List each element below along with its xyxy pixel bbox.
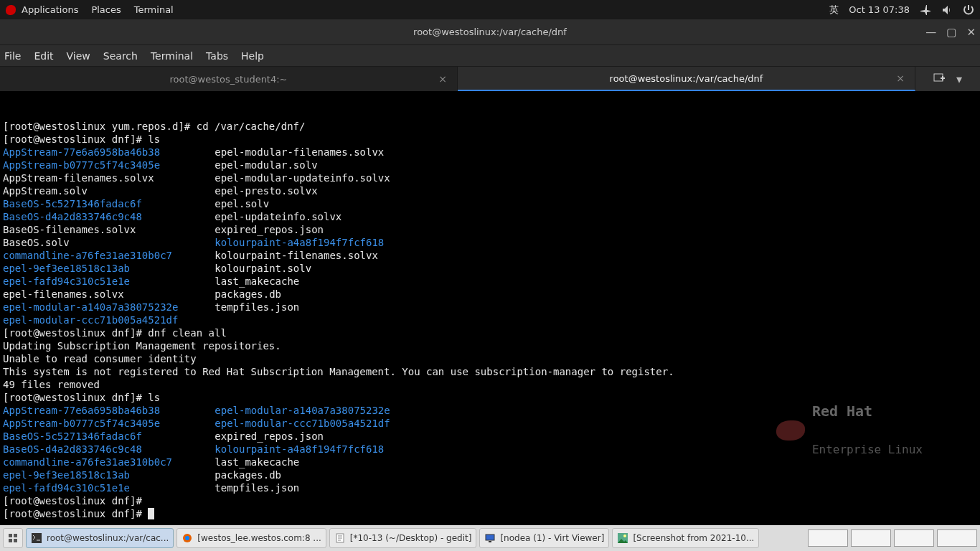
redhat-logo-icon	[6, 5, 16, 15]
terminal-prompt: [root@westoslinux dnf]#	[3, 507, 977, 520]
workspace-switcher-button[interactable]	[3, 528, 23, 548]
ls-col-a: BaseOS.solv	[3, 236, 197, 249]
volume-icon[interactable]	[941, 4, 953, 16]
terminal-line: [root@westoslinux dnf]# ls	[3, 391, 977, 404]
ls-col-a: epel-modular-a140a7a38075232e	[3, 301, 197, 314]
ls-col-a: commandline-a76fe31ae310b0c7	[3, 456, 197, 468]
ls-row: epel-9ef3ee18518c13ab packages.db	[3, 468, 977, 481]
ls-col-a: BaseOS-5c5271346fadac6f	[3, 430, 197, 443]
taskbar-item-imageviewer[interactable]: [Screenshot from 2021-10...	[612, 528, 759, 548]
window-title: root@westoslinux:/var/cache/dnf	[413, 27, 567, 37]
new-tab-button[interactable]	[933, 72, 945, 86]
svg-point-9	[185, 536, 189, 540]
ls-col-a: BaseOS-filenames.solvx	[3, 223, 197, 236]
ls-col-b: last_makecache	[215, 456, 299, 468]
ls-col-a: epel-fafd94c310c51e1e	[3, 481, 197, 494]
ls-col-a: AppStream.solv	[3, 184, 197, 197]
ls-row: BaseOS-d4a2d833746c9c48 kolourpaint-a4a8…	[3, 443, 977, 456]
ls-col-b: epel-updateinfo.solvx	[215, 210, 341, 223]
ls-row: AppStream-b0777c5f74c3405e epel-modular.…	[3, 159, 977, 171]
image-icon	[617, 532, 628, 544]
ls-col-a: AppStream-77e6a6958ba46b38	[3, 146, 197, 159]
svg-rect-12	[489, 541, 491, 542]
terminal-icon	[31, 532, 42, 544]
tray-slot-1[interactable]	[851, 529, 891, 547]
airplane-icon[interactable]	[920, 4, 931, 16]
menu-applications[interactable]: Applications	[22, 4, 78, 15]
menubar-terminal[interactable]: Terminal	[151, 50, 193, 62]
ls-col-a: AppStream-filenames.solvx	[3, 171, 197, 184]
menubar-help[interactable]: Help	[241, 50, 264, 62]
maximize-button[interactable]: ▢	[946, 26, 956, 39]
taskbar: root@westoslinux:/var/cac... [westos_lee…	[0, 525, 980, 551]
menubar-file[interactable]: File	[4, 50, 21, 62]
svg-rect-6	[14, 539, 17, 542]
terminal-output[interactable]: [root@westoslinux yum.repos.d]# cd /var/…	[0, 91, 980, 525]
menubar-search[interactable]: Search	[103, 50, 138, 62]
tab-1-close-icon[interactable]: ×	[896, 72, 905, 84]
taskbar-item-terminal[interactable]: root@westoslinux:/var/cac...	[26, 528, 174, 548]
ls-row: commandline-a76fe31ae310b0c7 kolourpaint…	[3, 249, 977, 262]
ls-col-a: BaseOS-5c5271346fadac6f	[3, 197, 197, 210]
svg-rect-2	[942, 76, 943, 80]
close-button[interactable]: ✕	[966, 26, 976, 39]
ls-row: BaseOS.solv kolourpaint-a4a8f194f7fcf618	[3, 236, 977, 249]
taskbar-item-imageviewer-label: [Screenshot from 2021-10...	[633, 533, 754, 543]
svg-rect-5	[9, 539, 12, 542]
ls-col-b: kolourpaint-a4a8f194f7fcf618	[215, 236, 384, 249]
ls-row: BaseOS-5c5271346fadac6f expired_repos.js…	[3, 430, 977, 443]
svg-rect-11	[486, 534, 494, 540]
menubar-view[interactable]: View	[67, 50, 90, 62]
ls-col-a: BaseOS-d4a2d833746c9c48	[3, 443, 197, 456]
svg-rect-3	[9, 534, 12, 537]
terminal-window: root@westoslinux:/var/cache/dnf — ▢ ✕ Fi…	[0, 19, 980, 525]
tab-1-label: root@westoslinux:/var/cache/dnf	[610, 73, 763, 84]
tab-menu-button[interactable]: ▾	[956, 72, 962, 86]
ls-col-b: epel.solv	[215, 197, 269, 210]
terminal-menubar: File Edit View Search Terminal Tabs Help	[0, 45, 980, 67]
tab-0[interactable]: root@westos_student4:~ ×	[0, 67, 458, 91]
gnome-topbar: Applications Places Terminal 英 Oct 13 07…	[0, 0, 980, 19]
terminal-line: [root@westoslinux dnf]#	[3, 494, 977, 507]
ls-col-b: tempfiles.json	[215, 301, 299, 314]
ls-col-b: packages.db	[215, 288, 281, 301]
ls-row: BaseOS-5c5271346fadac6f epel.solv	[3, 197, 977, 210]
ls-row: AppStream.solv epel-presto.solvx	[3, 184, 977, 197]
window-titlebar[interactable]: root@westoslinux:/var/cache/dnf — ▢ ✕	[0, 19, 980, 45]
ls-row: AppStream-b0777c5f74c3405e epel-modular-…	[3, 417, 977, 430]
taskbar-item-virtviewer[interactable]: [nodea (1) - Virt Viewer]	[479, 528, 609, 548]
menu-places[interactable]: Places	[91, 4, 121, 15]
terminal-line: Updating Subscription Management reposit…	[3, 339, 977, 352]
ls-col-a: epel-filenames.solvx	[3, 288, 197, 301]
ls-col-a: epel-modular-ccc71b005a4521df	[3, 314, 197, 326]
ls-row: epel-modular-ccc71b005a4521df	[3, 314, 977, 326]
terminal-line: 49 files removed	[3, 378, 977, 391]
ls-row: AppStream-filenames.solvx epel-modular-u…	[3, 171, 977, 184]
tray-slot-3[interactable]	[937, 529, 977, 547]
ls-col-b: epel-modular-updateinfo.solvx	[215, 171, 390, 184]
ls-col-a: BaseOS-d4a2d833746c9c48	[3, 210, 197, 223]
ls-col-b: kolourpaint.solv	[215, 262, 311, 275]
clock[interactable]: Oct 13 07:38	[849, 4, 910, 15]
cursor	[148, 508, 154, 519]
gedit-icon	[334, 532, 346, 544]
menubar-edit[interactable]: Edit	[34, 50, 53, 62]
power-icon[interactable]	[963, 4, 974, 16]
terminal-line: This system is not registered to Red Hat…	[3, 365, 977, 378]
taskbar-item-firefox[interactable]: [westos_lee.westos.com:8 ...	[176, 528, 326, 548]
tab-0-label: root@westos_student4:~	[169, 74, 287, 85]
tab-1[interactable]: root@westoslinux:/var/cache/dnf ×	[458, 67, 915, 91]
ime-indicator[interactable]: 英	[829, 4, 839, 17]
tray-slot-0[interactable]	[808, 529, 848, 547]
taskbar-item-gedit[interactable]: [*10-13 (~/Desktop) - gedit]	[329, 528, 477, 548]
menubar-tabs[interactable]: Tabs	[206, 50, 228, 62]
ls-row: epel-modular-a140a7a38075232e tempfiles.…	[3, 301, 977, 314]
menu-terminal[interactable]: Terminal	[134, 4, 174, 15]
tray-slot-2[interactable]	[894, 529, 934, 547]
ls-row: epel-filenames.solvx packages.db	[3, 288, 977, 301]
tab-0-close-icon[interactable]: ×	[438, 73, 447, 85]
ls-col-b: expired_repos.json	[215, 223, 324, 236]
ls-col-a: epel-9ef3ee18518c13ab	[3, 262, 197, 275]
minimize-button[interactable]: —	[925, 26, 936, 39]
ls-col-a: AppStream-b0777c5f74c3405e	[3, 417, 197, 430]
